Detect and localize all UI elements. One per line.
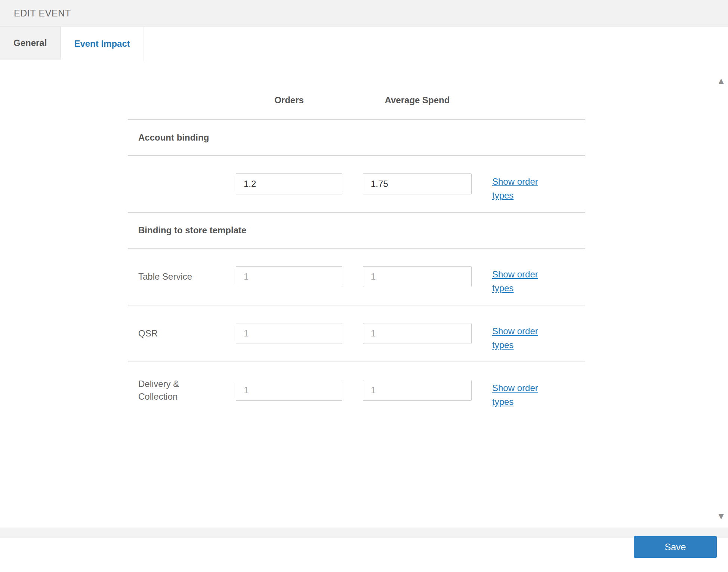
orders-cell [236,380,342,401]
average-spend-input[interactable] [363,173,472,194]
show-order-types-link[interactable]: Show order types [492,267,547,295]
show-order-types-link[interactable]: Show order types [492,324,547,352]
orders-input[interactable] [236,323,342,344]
edit-event-window: EDIT EVENT General Event Impact Orders A… [0,0,728,418]
scroll-up-icon[interactable]: ▲ [716,76,726,86]
tab-bar: General Event Impact [0,27,728,59]
average-spend-cell [363,266,472,287]
row-label-qsr: QSR [128,327,215,340]
show-order-types-link[interactable]: Show order types [492,175,547,202]
average-spend-cell [363,380,472,401]
table-row: Table Service Show order types [128,249,585,305]
scroll-down-icon[interactable]: ▼ [716,511,726,521]
orders-column-header: Orders [236,95,342,105]
link-cell: Show order types [492,320,585,347]
link-cell: Show order types [492,170,585,198]
orders-input[interactable] [236,380,342,401]
table-row: Delivery & Collection Show order types [128,362,585,418]
table-row: QSR Show order types [128,305,585,362]
orders-cell [236,173,342,194]
section-title-account-binding: Account binding [128,120,585,155]
average-spend-input[interactable] [363,380,472,401]
section-title-binding-store-template: Binding to store template [128,213,585,248]
orders-input[interactable] [236,173,342,194]
average-spend-input[interactable] [363,323,472,344]
tab-event-impact[interactable]: Event Impact [61,27,144,61]
orders-cell [236,266,342,287]
event-impact-panel: Orders Average Spend Account binding Sho… [128,59,585,418]
window-titlebar: EDIT EVENT [0,0,728,27]
row-label-table-service: Table Service [128,270,215,283]
average-spend-cell [363,173,472,194]
orders-input[interactable] [236,266,342,287]
average-spend-input[interactable] [363,266,472,287]
footer-divider [0,528,728,538]
save-button[interactable]: Save [634,536,717,558]
page-title: EDIT EVENT [14,8,71,19]
orders-cell [236,323,342,344]
table-row: Show order types [128,156,585,212]
average-spend-cell [363,323,472,344]
show-order-types-link[interactable]: Show order types [492,381,547,409]
row-label-delivery-collection: Delivery & Collection [128,378,215,403]
average-spend-column-header: Average Spend [363,95,472,105]
link-cell: Show order types [492,263,585,290]
link-cell: Show order types [492,376,585,404]
column-header-row: Orders Average Spend [128,59,585,119]
tab-general[interactable]: General [0,27,61,59]
